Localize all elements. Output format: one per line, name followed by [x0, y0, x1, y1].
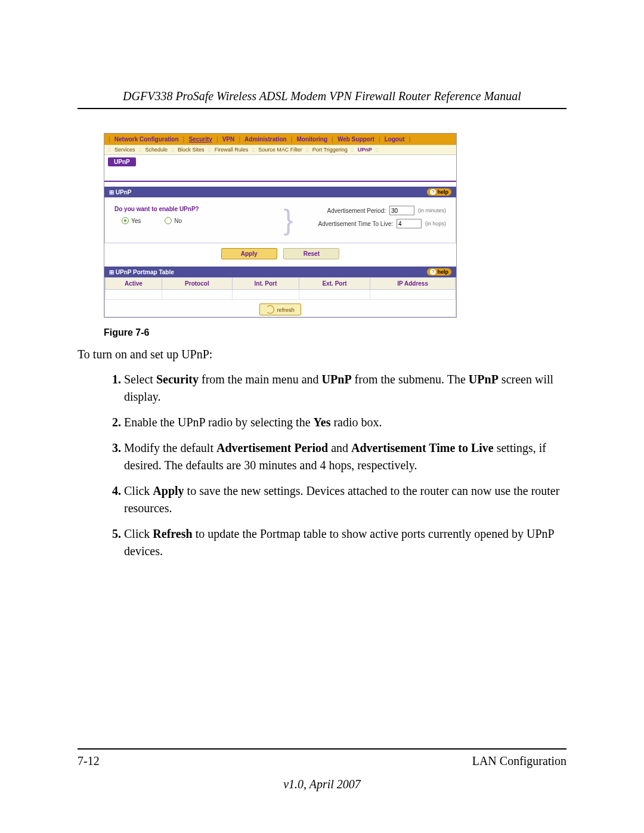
portmap-section-header: ⊞ UPnP Portmap Table help — [104, 267, 456, 277]
section-name: LAN Configuration — [472, 754, 566, 768]
refresh-label: refresh — [277, 306, 295, 313]
radio-no-label: No — [174, 218, 182, 224]
page-footer: 7-12 LAN Configuration v1.0, April 2007 — [78, 744, 566, 791]
upnp-section-body: Do you want to enable UPnP? Yes No } — [104, 197, 456, 243]
menu-vpn[interactable]: VPN — [221, 136, 236, 143]
router-ui-figure: | Network Configuration | Security | VPN… — [104, 133, 457, 318]
submenu-schedule[interactable]: Schedule — [145, 147, 168, 153]
title-divider — [78, 108, 566, 109]
table-row — [106, 290, 456, 300]
help-link-upnp[interactable]: help — [427, 188, 451, 196]
submenu-port-triggering[interactable]: Port Triggering — [312, 147, 348, 153]
help-link-portmap[interactable]: help — [427, 268, 451, 275]
apply-button[interactable]: Apply — [221, 248, 277, 259]
submenu-services[interactable]: Services — [114, 147, 135, 153]
step-1: Select Security from the main menu and U… — [124, 371, 566, 405]
step-4: Click Apply to save the new settings. De… — [124, 482, 566, 517]
radio-dot-icon — [165, 217, 172, 224]
button-row: Apply Reset — [104, 243, 456, 262]
lead-text: To turn on and set up UPnP: — [78, 346, 566, 363]
steps-list: Select Security from the main menu and U… — [78, 371, 566, 560]
page-number: 7-12 — [78, 754, 100, 768]
portmap-section-title: UPnP Portmap Table — [116, 269, 174, 275]
menu-network-configuration[interactable]: Network Configuration — [113, 136, 180, 143]
adv-period-input[interactable] — [389, 206, 414, 215]
refresh-button[interactable]: refresh — [259, 304, 301, 315]
adv-period-label: Advertisement Period: — [327, 208, 386, 214]
version-line: v1.0, April 2007 — [78, 778, 566, 791]
menu-monitoring[interactable]: Monitoring — [295, 136, 329, 143]
refresh-icon — [266, 305, 274, 314]
submenu-upnp[interactable]: UPnP — [358, 147, 372, 153]
step-3: Modify the default Advertisement Period … — [124, 439, 566, 474]
adv-period-unit: (in minutes) — [418, 208, 446, 213]
document-title: DGFV338 ProSafe Wireless ADSL Modem VPN … — [78, 89, 566, 103]
step-5: Click Refresh to update the Portmap tabl… — [124, 525, 566, 560]
radio-yes[interactable]: Yes — [122, 217, 141, 224]
menu-logout[interactable]: Logout — [383, 136, 406, 143]
adv-ttl-label: Advertisement Time To Live: — [318, 221, 393, 227]
reset-button[interactable]: Reset — [283, 248, 339, 259]
figure-caption: Figure 7-6 — [104, 327, 566, 338]
radio-no[interactable]: No — [165, 217, 182, 224]
upnp-section-header: ⊞ UPnP help — [104, 187, 456, 197]
page-tab-upnp[interactable]: UPnP — [108, 157, 136, 166]
submenu-source-mac-filter[interactable]: Source MAC Filter — [258, 147, 302, 153]
adv-ttl-unit: (in hops) — [425, 221, 446, 227]
menu-web-support[interactable]: Web Support — [336, 136, 376, 143]
portmap-col-active: Active — [106, 278, 162, 290]
sub-menu: :: Services :: Schedule :: Block Sites :… — [104, 145, 456, 155]
submenu-firewall-rules[interactable]: Firewall Rules — [215, 147, 249, 153]
portmap-col-protocol: Protocol — [162, 278, 232, 290]
portmap-col-ext-port: Ext. Port — [299, 278, 370, 290]
menu-administration[interactable]: Administration — [243, 136, 288, 143]
menu-security[interactable]: Security — [187, 136, 213, 143]
portmap-col-ip-address: IP Address — [370, 278, 456, 290]
radio-yes-label: Yes — [131, 218, 141, 224]
step-2: Enable the UPnP radio by selecting the Y… — [124, 414, 566, 431]
main-menu: | Network Configuration | Security | VPN… — [104, 134, 456, 145]
portmap-section-body: Active Protocol Int. Port Ext. Port IP A… — [104, 277, 456, 317]
portmap-col-int-port: Int. Port — [232, 278, 299, 290]
adv-ttl-input[interactable] — [397, 219, 422, 228]
enable-upnp-question: Do you want to enable UPnP? — [114, 206, 277, 212]
portmap-table: Active Protocol Int. Port Ext. Port IP A… — [105, 277, 456, 300]
radio-dot-icon — [122, 217, 129, 224]
submenu-block-sites[interactable]: Block Sites — [178, 147, 205, 153]
footer-divider — [78, 748, 566, 750]
upnp-section-title: UPnP — [116, 189, 132, 196]
brace-divider-icon: } — [283, 206, 292, 234]
